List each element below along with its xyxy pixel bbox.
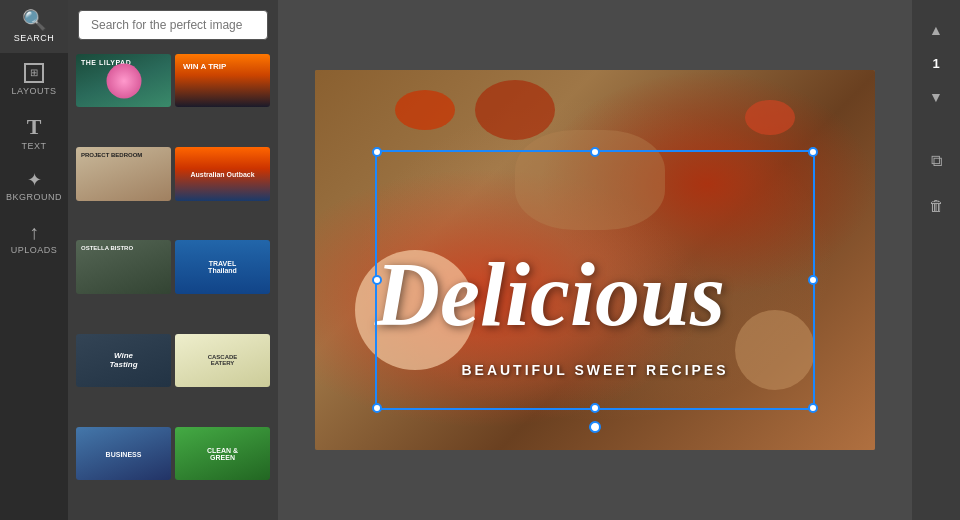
delete-right-button[interactable]: 🗑 [918, 187, 954, 223]
thumbnail-lilypad[interactable] [76, 54, 171, 107]
duplicate-button[interactable]: ⧉ [918, 143, 954, 179]
text-icon: T [27, 116, 42, 138]
food-background: Delicious BEAUTIFUL SWEET RECIPES [315, 70, 875, 450]
main-canvas-area: Up Down Crop Filter Copy 🗑 ▼ Delicious B… [278, 0, 912, 520]
sidebar-text-label: TEXT [21, 141, 46, 151]
thumbnail-ostella[interactable] [76, 240, 171, 293]
sidebar-bkground-label: BKGROUND [6, 192, 62, 202]
layer-number: 1 [932, 56, 939, 71]
background-icon: ✦ [27, 171, 42, 189]
thumbnail-project[interactable] [76, 147, 171, 200]
thumbnail-wine[interactable] [76, 334, 171, 387]
sidebar-item-uploads[interactable]: ↑ UPLOADS [0, 212, 68, 265]
thumbnail-paris[interactable] [175, 54, 270, 107]
layer-up-button[interactable]: ▲ [918, 12, 954, 48]
search-bar-container [68, 0, 278, 50]
canvas-wrapper: Up Down Crop Filter Copy 🗑 ▼ Delicious B… [315, 70, 875, 450]
sidebar-item-search[interactable]: 🔍 SEARCH [0, 0, 68, 53]
layouts-icon: ⊞ [24, 63, 44, 83]
thumbnail-outback[interactable] [175, 147, 270, 200]
thumbnail-clean[interactable] [175, 427, 270, 480]
thumbnail-travel[interactable] [175, 240, 270, 293]
right-tools-panel: ▲ 1 ▼ ⧉ 🗑 [912, 0, 960, 520]
image-panel [68, 0, 278, 520]
sidebar-item-layouts[interactable]: ⊞ LAYOUTS [0, 53, 68, 106]
thumbnail-business[interactable] [76, 427, 171, 480]
search-input[interactable] [78, 10, 268, 40]
sidebar-uploads-label: UPLOADS [11, 245, 58, 255]
sidebar-layouts-label: LAYOUTS [12, 86, 57, 96]
thumbnails-grid [68, 50, 278, 520]
sidebar-item-background[interactable]: ✦ BKGROUND [0, 161, 68, 212]
canvas-image[interactable]: Delicious BEAUTIFUL SWEET RECIPES [315, 70, 875, 450]
uploads-icon: ↑ [29, 222, 39, 242]
sidebar-item-text[interactable]: T TEXT [0, 106, 68, 161]
sidebar-search-label: SEARCH [14, 33, 55, 43]
sidebar: 🔍 SEARCH ⊞ LAYOUTS T TEXT ✦ BKGROUND ↑ U… [0, 0, 68, 520]
thumbnail-cascade[interactable] [175, 334, 270, 387]
layer-down-button[interactable]: ▼ [918, 79, 954, 115]
search-icon: 🔍 [22, 10, 47, 30]
